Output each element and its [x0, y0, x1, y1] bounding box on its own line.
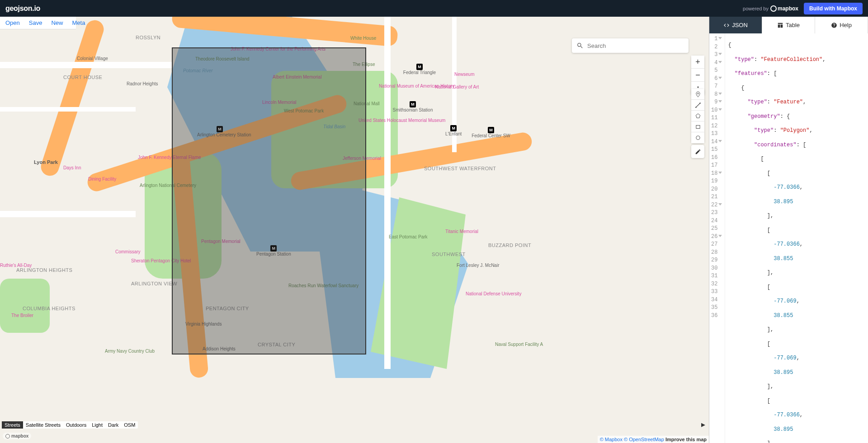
pencil-icon [695, 149, 701, 155]
scroll-right-indicator[interactable]: ▸ [701, 420, 705, 429]
map-label: MFederal Center SW [468, 125, 514, 138]
build-with-mapbox-button[interactable]: Build with Mapbox [804, 3, 863, 14]
fold-icon[interactable] [718, 61, 722, 63]
fold-icon[interactable] [718, 77, 722, 79]
search-input[interactable] [587, 42, 684, 49]
menubar: Open Save New Meta [0, 17, 76, 29]
basemap-light[interactable]: Light [89, 421, 105, 429]
draw-polygon-button[interactable] [691, 111, 704, 121]
polygon-feature-overlay[interactable] [172, 47, 366, 354]
draw-circle-button[interactable] [691, 132, 704, 143]
svg-point-1 [699, 103, 700, 103]
fold-icon[interactable] [718, 235, 722, 237]
marker-icon [695, 91, 701, 98]
powered-by-label: powered by mapbox [743, 5, 798, 12]
menu-new[interactable]: New [47, 19, 66, 27]
metro-icon: M [416, 64, 423, 70]
map-canvas[interactable]: ROSSLYN Colonial Village COURT HOUSE Rad… [0, 17, 709, 443]
tab-help[interactable]: Help [815, 17, 868, 33]
basemap-outdoors[interactable]: Outdoors [63, 421, 89, 429]
fold-icon[interactable] [718, 108, 722, 111]
map-label: MFederal Triangle [397, 62, 442, 75]
circle-icon [695, 135, 701, 141]
side-panel: JSON Table Help 1 2 3 4 5 6 7 8 9 [709, 17, 868, 443]
table-icon [777, 22, 783, 28]
geojson-editor[interactable]: 1 2 3 4 5 6 7 8 9 10 11 12 13 14 15 16 1… [709, 33, 868, 443]
map-attribution: © Mapbox © OpenStreetMap Improve this ma… [598, 436, 709, 443]
svg-rect-2 [696, 125, 699, 128]
code-content[interactable]: { "type": "FeatureCollection", "features… [725, 33, 868, 443]
search-box[interactable] [572, 38, 689, 53]
draw-line-button[interactable] [691, 100, 704, 111]
mapbox-attribution-logo[interactable]: mapbox [3, 433, 31, 439]
attribution-mapbox-link[interactable]: © Mapbox [600, 437, 623, 442]
metro-icon: M [450, 125, 457, 131]
basemap-osm[interactable]: OSM [121, 421, 138, 429]
tab-table[interactable]: Table [762, 17, 815, 33]
zoom-out-button[interactable]: − [691, 69, 704, 82]
fold-icon[interactable] [718, 140, 722, 142]
attribution-osm-link[interactable]: © OpenStreetMap [624, 437, 664, 442]
polygon-icon [695, 113, 701, 119]
basemap-dark[interactable]: Dark [105, 421, 121, 429]
metro-icon: M [488, 127, 494, 133]
draw-rectangle-button[interactable] [691, 121, 704, 132]
fold-icon[interactable] [718, 203, 722, 205]
mapbox-wordmark: mapbox [770, 5, 798, 12]
draw-tools [691, 89, 704, 143]
fold-icon[interactable] [718, 53, 722, 55]
mapbox-logo-icon [5, 434, 10, 438]
map-label: ML'Enfant [445, 123, 462, 136]
metro-icon: M [410, 101, 416, 107]
code-icon [723, 22, 730, 28]
draw-point-button[interactable] [691, 89, 704, 100]
help-icon [831, 22, 837, 28]
svg-point-0 [695, 107, 696, 107]
map-label: MSmithsonian Station [388, 99, 438, 112]
menu-meta[interactable]: Meta [68, 19, 89, 27]
svg-point-3 [696, 136, 699, 140]
basemap-switcher: Streets Satellite Streets Outdoors Light… [2, 421, 138, 429]
panel-tabs: JSON Table Help [709, 17, 868, 33]
basemap-satellite[interactable]: Satellite Streets [23, 421, 63, 429]
mapbox-logo-icon [770, 5, 777, 12]
line-gutter: 1 2 3 4 5 6 7 8 9 10 11 12 13 14 15 16 1… [709, 33, 725, 443]
header: geojson.io powered by mapbox Build with … [0, 0, 868, 17]
zoom-in-button[interactable]: + [691, 56, 704, 69]
rectangle-icon [695, 124, 701, 130]
edit-geometry-button[interactable] [691, 145, 704, 158]
basemap-streets[interactable]: Streets [2, 421, 23, 429]
tab-json[interactable]: JSON [709, 17, 762, 33]
improve-map-link[interactable]: Improve this map [665, 437, 707, 442]
fold-icon[interactable] [718, 100, 722, 103]
line-icon [695, 102, 701, 108]
logo: geojson.io [5, 5, 40, 13]
menu-save[interactable]: Save [25, 19, 46, 27]
menu-open[interactable]: Open [2, 19, 24, 27]
fold-icon[interactable] [718, 172, 722, 174]
search-icon [576, 42, 584, 49]
fold-icon[interactable] [718, 93, 722, 95]
fold-icon[interactable] [718, 37, 722, 39]
